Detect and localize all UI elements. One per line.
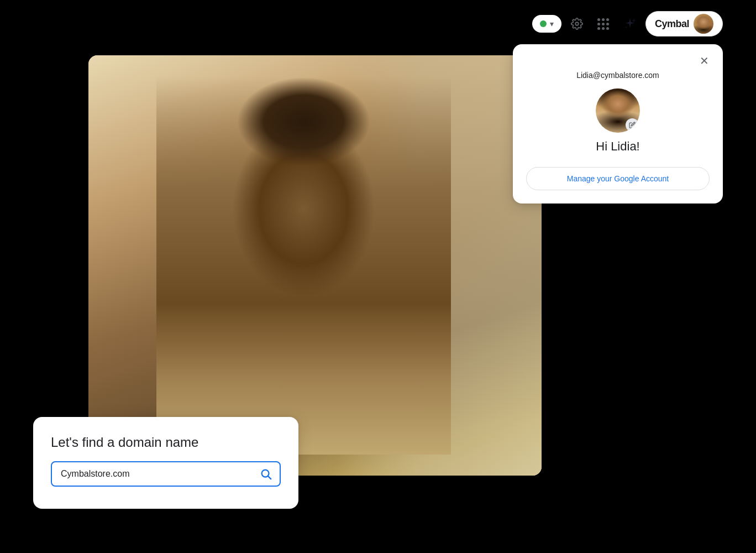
popup-avatar bbox=[596, 88, 640, 133]
avatar bbox=[694, 14, 713, 34]
svg-line-2 bbox=[268, 476, 271, 479]
cymbal-logo-text: Cymbal bbox=[655, 18, 689, 30]
popup-avatar-section: Hi Lidia! bbox=[513, 88, 723, 163]
status-button[interactable]: ▾ bbox=[532, 15, 561, 33]
apps-icon bbox=[597, 18, 609, 30]
hero-photo bbox=[88, 55, 542, 476]
toolbar: ▾ Cymbal bbox=[532, 11, 723, 36]
domain-search-card: Let's find a domain name bbox=[33, 417, 298, 509]
apps-button[interactable] bbox=[592, 13, 615, 35]
domain-search-input[interactable] bbox=[52, 462, 252, 486]
close-button[interactable]: ✕ bbox=[694, 51, 714, 71]
chevron-down-icon: ▾ bbox=[550, 19, 554, 28]
account-greeting: Hi Lidia! bbox=[596, 139, 639, 154]
sparkle-icon bbox=[623, 17, 637, 30]
sparkle-button[interactable] bbox=[619, 13, 641, 35]
avatar-edit-button[interactable] bbox=[626, 118, 639, 132]
account-popup: ✕ Lidia@cymbalstore.com Hi Lidia! Manage… bbox=[513, 44, 723, 204]
account-email: Lidia@cymbalstore.com bbox=[513, 71, 723, 88]
manage-account-button[interactable]: Manage your Google Account bbox=[526, 167, 710, 190]
settings-icon bbox=[571, 18, 583, 30]
close-icon: ✕ bbox=[700, 54, 709, 67]
settings-button[interactable] bbox=[566, 13, 588, 35]
domain-search-button[interactable] bbox=[252, 462, 280, 486]
status-dot bbox=[540, 20, 547, 27]
domain-card-title: Let's find a domain name bbox=[51, 435, 281, 450]
domain-search-row bbox=[51, 461, 281, 487]
search-icon bbox=[260, 468, 272, 480]
avatar-face bbox=[694, 14, 713, 34]
cymbal-account-button[interactable]: Cymbal bbox=[645, 11, 723, 36]
svg-point-0 bbox=[575, 22, 579, 25]
